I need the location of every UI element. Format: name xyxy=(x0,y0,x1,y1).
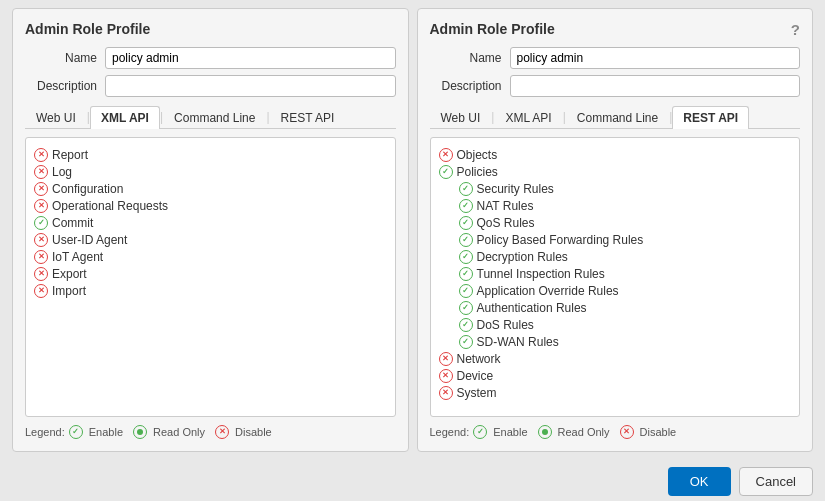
legend-enable: Enable xyxy=(473,425,527,439)
name-label: Name xyxy=(25,51,105,65)
list-item: System xyxy=(439,384,792,401)
item-label: Decryption Rules xyxy=(477,250,568,264)
enable-icon xyxy=(473,425,487,439)
item-label: NAT Rules xyxy=(477,199,534,213)
description-input[interactable] xyxy=(105,75,396,97)
list-item: Application Override Rules xyxy=(439,282,792,299)
legend-enable-label: Enable xyxy=(89,426,123,438)
enable-icon xyxy=(439,165,453,179)
list-item: Policy Based Forwarding Rules xyxy=(439,231,792,248)
item-label: System xyxy=(457,386,497,400)
legend-disable-label: Disable xyxy=(640,426,677,438)
name-input[interactable] xyxy=(105,47,396,69)
disable-icon xyxy=(439,148,453,162)
tab-xml-api[interactable]: XML API xyxy=(90,106,160,129)
tab-bar: Web UI|XML API|Command Line|REST API xyxy=(430,105,801,129)
content-box: ReportLogConfigurationOperational Reques… xyxy=(25,137,396,417)
item-label: Operational Requests xyxy=(52,199,168,213)
item-label: Import xyxy=(52,284,86,298)
legend-readonly: Read Only xyxy=(538,425,610,439)
readonly-icon xyxy=(538,425,552,439)
legend-readonly: Read Only xyxy=(133,425,205,439)
item-label: Log xyxy=(52,165,72,179)
item-label: Device xyxy=(457,369,494,383)
disable-icon xyxy=(34,284,48,298)
enable-icon xyxy=(459,267,473,281)
list-item: Policies xyxy=(439,163,792,180)
item-label: IoT Agent xyxy=(52,250,103,264)
panels-container: Admin Role ProfileNameDescriptionWeb UI|… xyxy=(0,0,825,460)
list-item: Configuration xyxy=(34,180,387,197)
list-item: Import xyxy=(34,282,387,299)
list-item: QoS Rules xyxy=(439,214,792,231)
item-label: Commit xyxy=(52,216,93,230)
tab-rest-api[interactable]: REST API xyxy=(672,106,749,129)
disable-icon xyxy=(34,233,48,247)
tab-web-ui[interactable]: Web UI xyxy=(430,106,492,129)
item-label: Policy Based Forwarding Rules xyxy=(477,233,644,247)
enable-icon xyxy=(459,233,473,247)
description-row: Description xyxy=(430,75,801,97)
enable-icon xyxy=(459,318,473,332)
list-item: Report xyxy=(34,146,387,163)
disable-icon xyxy=(34,267,48,281)
panel-left: Admin Role ProfileNameDescriptionWeb UI|… xyxy=(12,8,409,452)
enable-icon xyxy=(459,250,473,264)
list-item: IoT Agent xyxy=(34,248,387,265)
tab-rest-api[interactable]: REST API xyxy=(270,106,346,129)
tab-command-line[interactable]: Command Line xyxy=(163,106,266,129)
legend: Legend:EnableRead OnlyDisable xyxy=(430,425,801,439)
legend-disable-label: Disable xyxy=(235,426,272,438)
enable-icon xyxy=(459,301,473,315)
readonly-icon xyxy=(133,425,147,439)
item-label: Application Override Rules xyxy=(477,284,619,298)
tab-web-ui[interactable]: Web UI xyxy=(25,106,87,129)
item-label: Tunnel Inspection Rules xyxy=(477,267,605,281)
tab-command-line[interactable]: Command Line xyxy=(566,106,669,129)
list-item: Security Rules xyxy=(439,180,792,197)
item-label: QoS Rules xyxy=(477,216,535,230)
list-item: Decryption Rules xyxy=(439,248,792,265)
legend-title: Legend: xyxy=(25,426,65,438)
ok-button[interactable]: OK xyxy=(668,467,731,496)
item-label: Configuration xyxy=(52,182,123,196)
name-row: Name xyxy=(25,47,396,69)
list-item: Commit xyxy=(34,214,387,231)
list-item: Export xyxy=(34,265,387,282)
legend-readonly-label: Read Only xyxy=(558,426,610,438)
page-wrapper: Admin Role ProfileNameDescriptionWeb UI|… xyxy=(0,0,825,501)
list-item: Objects xyxy=(439,146,792,163)
panel-right: Admin Role Profile?NameDescriptionWeb UI… xyxy=(417,8,814,452)
enable-icon xyxy=(34,216,48,230)
item-label: SD-WAN Rules xyxy=(477,335,559,349)
description-row: Description xyxy=(25,75,396,97)
disable-icon xyxy=(439,352,453,366)
bottom-bar: OK Cancel xyxy=(0,459,825,501)
disable-icon xyxy=(34,199,48,213)
tab-xml-api[interactable]: XML API xyxy=(494,106,562,129)
disable-icon xyxy=(34,250,48,264)
description-input[interactable] xyxy=(510,75,801,97)
disable-icon xyxy=(439,386,453,400)
legend-disable: Disable xyxy=(620,425,677,439)
legend-title: Legend: xyxy=(430,426,470,438)
content-box: ObjectsPoliciesSecurity RulesNAT RulesQo… xyxy=(430,137,801,417)
item-label: User-ID Agent xyxy=(52,233,127,247)
list-item: Device xyxy=(439,367,792,384)
legend-enable: Enable xyxy=(69,425,123,439)
list-item: User-ID Agent xyxy=(34,231,387,248)
cancel-button[interactable]: Cancel xyxy=(739,467,813,496)
help-icon[interactable]: ? xyxy=(791,21,800,38)
list-item: DoS Rules xyxy=(439,316,792,333)
list-item: SD-WAN Rules xyxy=(439,333,792,350)
list-item: Authentication Rules xyxy=(439,299,792,316)
enable-icon xyxy=(459,199,473,213)
name-input[interactable] xyxy=(510,47,801,69)
enable-icon xyxy=(69,425,83,439)
enable-icon xyxy=(459,335,473,349)
item-label: Objects xyxy=(457,148,498,162)
disable-icon xyxy=(620,425,634,439)
disable-icon xyxy=(34,148,48,162)
list-item: Network xyxy=(439,350,792,367)
description-label: Description xyxy=(25,79,105,93)
